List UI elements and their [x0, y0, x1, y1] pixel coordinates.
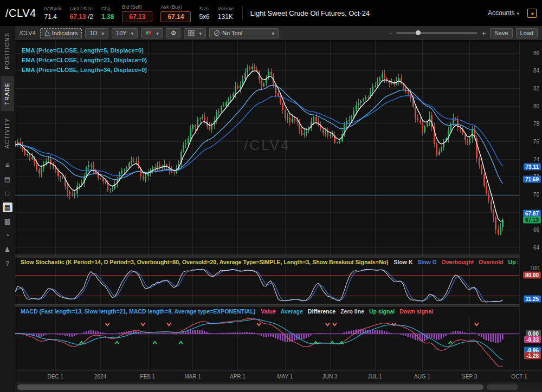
timeframe-dropdown[interactable]: 1D — [85, 28, 108, 38]
grid-icon — [188, 30, 195, 36]
stoch-legend: Slow KSlow DOverboughtOversoldUp SignalD… — [394, 259, 518, 265]
price-axis-tick: 86 — [533, 50, 539, 56]
time-axis-label: 2024 — [94, 374, 106, 380]
chevron-down-icon — [100, 30, 105, 36]
sidebar-tab-trade[interactable]: TRADE — [1, 76, 14, 111]
time-axis-label: MAR 1 — [184, 374, 201, 380]
indicators-button[interactable]: Indicators — [40, 28, 82, 38]
drawing-tool-value: No Tool — [222, 30, 242, 36]
macd-study-label[interactable]: MACD (Fast length=13, Slow length=21, MA… — [21, 308, 255, 315]
sidebar-icon-stack: ≡▤□▦▩◔♟? — [3, 160, 12, 269]
watchlist-icon[interactable]: ≡ — [3, 160, 12, 170]
iv-rank-value: 71.4 — [44, 13, 62, 21]
chart-watermark: /CLV4 — [15, 137, 519, 154]
time-axis[interactable]: DEC 12024FEB 1MAR 1APR 1MAY 1JUN 3JUL 1A… — [15, 370, 542, 382]
last-trade-size: /2 — [86, 13, 93, 21]
price-axis-tick: 64 — [533, 244, 539, 250]
toolbar-symbol-label: /CLV4 — [20, 30, 36, 36]
panel-splitter[interactable] — [15, 304, 542, 308]
legend-item: Up signal — [369, 308, 395, 315]
chevron-down-icon — [197, 30, 202, 36]
sidebar-tab-positions[interactable]: POSITIONS — [1, 26, 14, 76]
orders-list-icon[interactable]: ▤ — [3, 174, 12, 184]
time-axis-label: OCT 1 — [511, 374, 527, 380]
chart-icon[interactable]: ▦ — [3, 202, 12, 212]
zoom-out-button[interactable]: - — [389, 29, 393, 37]
last-size-field: Last / Size 67.13 /2 — [70, 6, 93, 21]
size-value: 5x6 — [199, 13, 209, 21]
chevron-down-icon — [154, 30, 159, 36]
legend-item: Zero line — [340, 308, 364, 315]
price-axis-tick: 82 — [533, 86, 539, 92]
stoch-axis-bubble: 11.25 — [524, 295, 541, 302]
load-button[interactable]: Load — [516, 28, 538, 38]
scrollbar-stub[interactable] — [487, 384, 518, 390]
time-axis-label: DEC 1 — [47, 374, 63, 380]
size-field: Size 5x6 — [199, 6, 209, 21]
macd-legend: ValueAverageDifferenceZero lineUp signal… — [261, 308, 438, 315]
stoch-axis-tick: 100 — [530, 265, 539, 271]
price-axis-bubble: 71.69 — [523, 176, 541, 183]
candlestick-icon — [145, 30, 152, 36]
horizontal-scrollbar[interactable] — [15, 382, 542, 392]
chevron-down-icon — [514, 9, 519, 17]
chevron-down-icon — [129, 30, 134, 36]
volume-field: Volume 131K — [218, 6, 234, 21]
price-axis-tick: 66 — [533, 227, 539, 233]
chevron-down-icon — [269, 30, 274, 36]
no-tool-icon — [214, 30, 220, 36]
bid-button[interactable]: 67.13 — [122, 11, 152, 22]
bid-field: Bid (Sell) 67.13 — [122, 4, 152, 22]
price-axis-bubble: 73.11 — [524, 164, 541, 171]
ema-study-label[interactable]: EMA (Price=CLOSE, Length=34, Displace=0) — [22, 65, 147, 75]
price-axis-tick: 84 — [533, 68, 539, 74]
ema-study-label[interactable]: EMA (Price=CLOSE, Length=21, Displace=0) — [22, 55, 147, 65]
quote-header: /CLV4 IV Rank 71.4 Last / Size 67.13 /2 … — [0, 0, 542, 26]
save-button[interactable]: Save — [490, 28, 512, 38]
scrollbar-thumb[interactable] — [17, 384, 483, 390]
macd-chart-canvas[interactable] — [15, 316, 519, 370]
price-axis[interactable]: 86848280787674727068666410073.1171.6967.… — [519, 41, 542, 370]
stoch-axis-bubble: 80.00 — [523, 271, 541, 278]
price-axis-tick: 70 — [533, 192, 539, 198]
stoch-pane-header: Slow Stochastic (K Period=14, D Period=3… — [15, 259, 518, 266]
change-field: Chg 1.38 — [101, 6, 114, 21]
stochastic-chart-canvas[interactable] — [15, 266, 519, 304]
last-size-label: Last / Size — [70, 6, 93, 11]
time-axis-label: AUG 1 — [414, 374, 430, 380]
chart-settings-button[interactable] — [166, 28, 181, 38]
accounts-dropdown[interactable]: Accounts — [488, 9, 519, 17]
zoom-in-button[interactable]: + — [481, 29, 487, 37]
zoom-slider-handle[interactable] — [416, 30, 421, 35]
iv-rank-label: IV Rank — [44, 6, 62, 11]
history-clock-icon[interactable]: ◔ — [3, 231, 12, 240]
trade-box-icon[interactable]: □ — [3, 188, 12, 198]
ask-label: Ask (Buy) — [160, 4, 191, 10]
grid-layout-dropdown[interactable] — [184, 28, 206, 38]
zoom-slider[interactable] — [396, 32, 478, 34]
legend-item: Value — [261, 308, 275, 315]
macd-pane-header: MACD (Fast length=13, Slow length=21, MA… — [15, 308, 518, 316]
time-axis-label: SEP 3 — [462, 374, 477, 380]
accounts-label: Accounts — [488, 9, 514, 17]
panel-splitter[interactable] — [15, 254, 542, 258]
left-sidebar: POSITIONS TRADE ACTIVITY ≡▤□▦▩◔♟? — [0, 26, 15, 392]
apps-grid-icon[interactable]: ▩ — [3, 217, 12, 226]
timeframe-value: 1D — [89, 30, 97, 36]
community-icon[interactable]: ♟ — [3, 245, 12, 254]
range-dropdown[interactable]: 10Y — [112, 28, 138, 38]
drawing-tool-dropdown[interactable]: No Tool — [209, 28, 279, 38]
stoch-study-label[interactable]: Slow Stochastic (K Period=14, D Period=3… — [21, 259, 389, 265]
time-axis-label: FEB 1 — [140, 374, 156, 380]
price-axis-tick: 78 — [533, 121, 539, 127]
ema-study-label[interactable]: EMA (Price=CLOSE, Length=5, Displace=0) — [22, 45, 147, 55]
help-icon[interactable]: ? — [3, 259, 12, 269]
legend-item: Up Signal — [508, 259, 518, 265]
sidebar-tab-activity[interactable]: ACTIVITY — [1, 111, 14, 155]
header-symbol: /CLV4 — [5, 7, 36, 19]
ask-button[interactable]: 67.14 — [160, 11, 191, 22]
volume-value: 131K — [218, 13, 234, 21]
chart-type-dropdown[interactable] — [141, 28, 163, 38]
change-value: 1.38 — [101, 13, 114, 21]
collapse-panel-button[interactable] — [527, 9, 537, 18]
